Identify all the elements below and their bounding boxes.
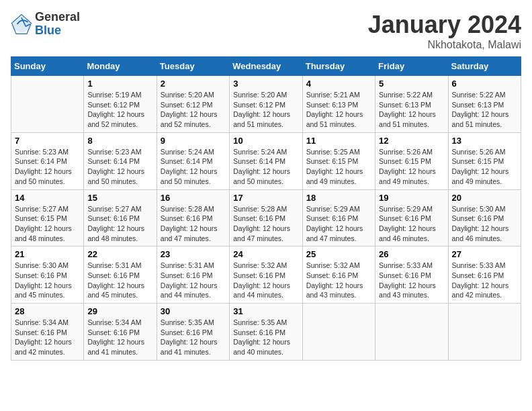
day-number: 4 [306, 79, 371, 89]
logo-text: General Blue [35, 11, 80, 38]
calendar-cell: 22Sunrise: 5:31 AM Sunset: 6:16 PM Dayli… [84, 246, 157, 304]
calendar-table: SundayMondayTuesdayWednesdayThursdayFrid… [11, 56, 521, 361]
calendar-cell: 10Sunrise: 5:24 AM Sunset: 6:14 PM Dayli… [230, 132, 302, 189]
column-header-wednesday: Wednesday [230, 57, 302, 76]
day-info: Sunrise: 5:19 AM Sunset: 6:12 PM Dayligh… [87, 90, 152, 130]
column-header-thursday: Thursday [302, 57, 375, 76]
day-info: Sunrise: 5:21 AM Sunset: 6:13 PM Dayligh… [306, 90, 371, 130]
calendar-cell: 21Sunrise: 5:30 AM Sunset: 6:16 PM Dayli… [11, 246, 84, 304]
day-info: Sunrise: 5:20 AM Sunset: 6:12 PM Dayligh… [233, 90, 298, 130]
day-number: 19 [379, 193, 444, 203]
day-number: 31 [233, 306, 298, 316]
calendar-week-row: 21Sunrise: 5:30 AM Sunset: 6:16 PM Dayli… [11, 246, 521, 304]
day-info: Sunrise: 5:35 AM Sunset: 6:16 PM Dayligh… [233, 318, 298, 357]
logo: General Blue [11, 11, 80, 38]
day-number: 10 [233, 136, 298, 146]
page-header: General Blue January 2024 Nkhotakota, Ma… [11, 11, 521, 51]
calendar-cell: 5Sunrise: 5:22 AM Sunset: 6:13 PM Daylig… [375, 76, 448, 133]
day-number: 21 [15, 249, 80, 259]
logo-icon [11, 13, 32, 35]
calendar-cell: 7Sunrise: 5:23 AM Sunset: 6:14 PM Daylig… [11, 132, 84, 189]
day-number: 17 [233, 193, 298, 203]
calendar-cell: 17Sunrise: 5:28 AM Sunset: 6:16 PM Dayli… [230, 189, 302, 246]
day-number: 27 [452, 249, 517, 259]
day-info: Sunrise: 5:29 AM Sunset: 6:16 PM Dayligh… [379, 204, 444, 244]
day-info: Sunrise: 5:29 AM Sunset: 6:16 PM Dayligh… [306, 204, 371, 244]
calendar-cell: 4Sunrise: 5:21 AM Sunset: 6:13 PM Daylig… [302, 76, 375, 133]
day-info: Sunrise: 5:23 AM Sunset: 6:14 PM Dayligh… [87, 147, 152, 187]
day-number: 13 [452, 136, 517, 146]
day-info: Sunrise: 5:22 AM Sunset: 6:13 PM Dayligh… [452, 90, 517, 130]
day-number: 28 [15, 306, 80, 316]
calendar-cell: 2Sunrise: 5:20 AM Sunset: 6:12 PM Daylig… [157, 76, 229, 133]
day-number: 23 [161, 249, 226, 259]
calendar-header-row: SundayMondayTuesdayWednesdayThursdayFrid… [11, 57, 521, 76]
day-info: Sunrise: 5:24 AM Sunset: 6:14 PM Dayligh… [161, 147, 226, 187]
day-number: 20 [452, 193, 517, 203]
calendar-cell: 16Sunrise: 5:28 AM Sunset: 6:16 PM Dayli… [157, 189, 229, 246]
calendar-week-row: 7Sunrise: 5:23 AM Sunset: 6:14 PM Daylig… [11, 132, 521, 189]
day-info: Sunrise: 5:35 AM Sunset: 6:16 PM Dayligh… [161, 318, 226, 357]
day-info: Sunrise: 5:32 AM Sunset: 6:16 PM Dayligh… [306, 261, 371, 300]
column-header-tuesday: Tuesday [157, 57, 229, 76]
day-info: Sunrise: 5:33 AM Sunset: 6:16 PM Dayligh… [452, 261, 517, 300]
logo-general-text: General [35, 11, 80, 24]
calendar-cell: 26Sunrise: 5:33 AM Sunset: 6:16 PM Dayli… [375, 246, 448, 304]
calendar-cell: 12Sunrise: 5:26 AM Sunset: 6:15 PM Dayli… [375, 132, 448, 189]
day-number: 14 [15, 193, 80, 203]
day-info: Sunrise: 5:23 AM Sunset: 6:14 PM Dayligh… [15, 147, 80, 187]
calendar-cell: 14Sunrise: 5:27 AM Sunset: 6:15 PM Dayli… [11, 189, 84, 246]
day-info: Sunrise: 5:26 AM Sunset: 6:15 PM Dayligh… [452, 147, 517, 187]
day-info: Sunrise: 5:26 AM Sunset: 6:15 PM Dayligh… [379, 147, 444, 187]
calendar-cell: 23Sunrise: 5:31 AM Sunset: 6:16 PM Dayli… [157, 246, 229, 304]
day-number: 22 [87, 249, 152, 259]
day-number: 5 [379, 79, 444, 89]
day-info: Sunrise: 5:27 AM Sunset: 6:15 PM Dayligh… [15, 204, 80, 244]
calendar-cell: 18Sunrise: 5:29 AM Sunset: 6:16 PM Dayli… [302, 189, 375, 246]
calendar-week-row: 28Sunrise: 5:34 AM Sunset: 6:16 PM Dayli… [11, 304, 521, 361]
calendar-cell: 25Sunrise: 5:32 AM Sunset: 6:16 PM Dayli… [302, 246, 375, 304]
day-number: 3 [233, 79, 298, 89]
day-number: 1 [87, 79, 152, 89]
calendar-cell: 28Sunrise: 5:34 AM Sunset: 6:16 PM Dayli… [11, 304, 84, 361]
calendar-cell: 19Sunrise: 5:29 AM Sunset: 6:16 PM Dayli… [375, 189, 448, 246]
day-info: Sunrise: 5:30 AM Sunset: 6:16 PM Dayligh… [452, 204, 517, 244]
calendar-cell: 11Sunrise: 5:25 AM Sunset: 6:15 PM Dayli… [302, 132, 375, 189]
title-area: January 2024 Nkhotakota, Malawi [368, 11, 521, 51]
day-number: 29 [87, 306, 152, 316]
day-info: Sunrise: 5:22 AM Sunset: 6:13 PM Dayligh… [379, 90, 444, 130]
day-number: 30 [161, 306, 226, 316]
logo-blue-text: Blue [35, 24, 80, 38]
day-number: 15 [87, 193, 152, 203]
column-header-friday: Friday [375, 57, 448, 76]
calendar-cell: 31Sunrise: 5:35 AM Sunset: 6:16 PM Dayli… [230, 304, 302, 361]
column-header-sunday: Sunday [11, 57, 84, 76]
day-info: Sunrise: 5:33 AM Sunset: 6:16 PM Dayligh… [379, 261, 444, 300]
column-header-monday: Monday [84, 57, 157, 76]
day-info: Sunrise: 5:28 AM Sunset: 6:16 PM Dayligh… [161, 204, 226, 244]
calendar-cell: 27Sunrise: 5:33 AM Sunset: 6:16 PM Dayli… [448, 246, 521, 304]
day-info: Sunrise: 5:24 AM Sunset: 6:14 PM Dayligh… [233, 147, 298, 187]
calendar-cell: 8Sunrise: 5:23 AM Sunset: 6:14 PM Daylig… [84, 132, 157, 189]
day-number: 24 [233, 249, 298, 259]
day-number: 7 [15, 136, 80, 146]
day-number: 9 [161, 136, 226, 146]
day-info: Sunrise: 5:31 AM Sunset: 6:16 PM Dayligh… [87, 261, 152, 300]
day-info: Sunrise: 5:34 AM Sunset: 6:16 PM Dayligh… [87, 318, 152, 357]
subtitle: Nkhotakota, Malawi [368, 39, 521, 51]
day-number: 6 [452, 79, 517, 89]
main-title: January 2024 [368, 11, 521, 39]
calendar-cell: 1Sunrise: 5:19 AM Sunset: 6:12 PM Daylig… [84, 76, 157, 133]
calendar-cell: 20Sunrise: 5:30 AM Sunset: 6:16 PM Dayli… [448, 189, 521, 246]
day-number: 8 [87, 136, 152, 146]
calendar-week-row: 1Sunrise: 5:19 AM Sunset: 6:12 PM Daylig… [11, 76, 521, 133]
day-number: 26 [379, 249, 444, 259]
calendar-cell: 3Sunrise: 5:20 AM Sunset: 6:12 PM Daylig… [230, 76, 302, 133]
calendar-cell: 29Sunrise: 5:34 AM Sunset: 6:16 PM Dayli… [84, 304, 157, 361]
day-number: 25 [306, 249, 371, 259]
calendar-week-row: 14Sunrise: 5:27 AM Sunset: 6:15 PM Dayli… [11, 189, 521, 246]
calendar-cell: 13Sunrise: 5:26 AM Sunset: 6:15 PM Dayli… [448, 132, 521, 189]
calendar-cell: 15Sunrise: 5:27 AM Sunset: 6:16 PM Dayli… [84, 189, 157, 246]
day-number: 2 [161, 79, 226, 89]
calendar-cell: 9Sunrise: 5:24 AM Sunset: 6:14 PM Daylig… [157, 132, 229, 189]
